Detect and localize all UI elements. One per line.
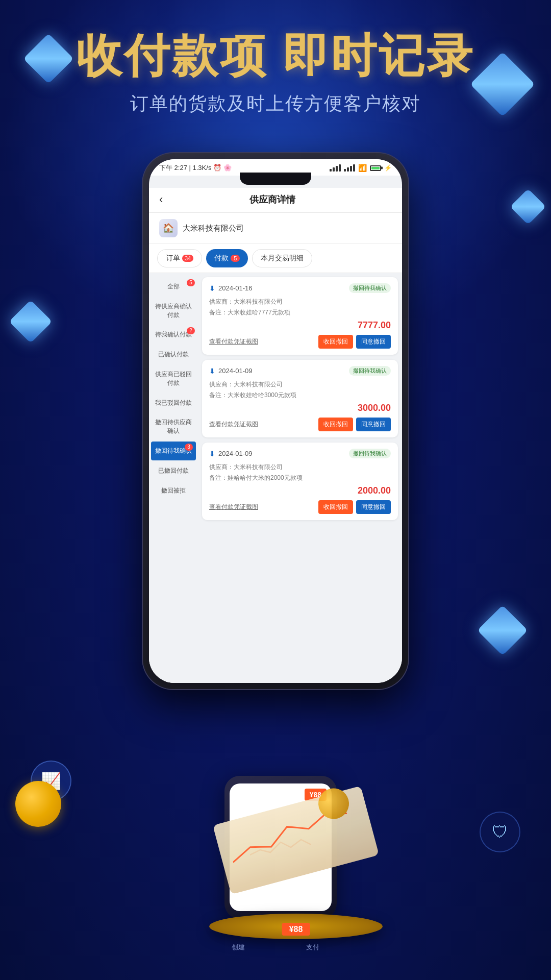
payment-note-1: 备注：大米收娃哈7777元款项 — [209, 308, 391, 317]
payment-supplier-2: 供应商：大米科技有限公司 — [209, 380, 391, 389]
agree-button-2[interactable]: 同意撤回 — [356, 418, 391, 431]
payment-card-3: ⬇ 2024-01-09 撤回待我确认 供应商：大米科技有限公司 备注：娃哈哈付… — [202, 443, 398, 520]
my-confirm-badge: 2 — [187, 327, 195, 334]
payment-note-2: 备注：大米收娃哈哈3000元款项 — [209, 390, 391, 400]
hero-section: 收付款项 即时记录 订单的货款及时上传方便客户核对 — [0, 31, 551, 116]
tab-payment[interactable]: 付款 5 — [206, 249, 248, 267]
revoke-button-3[interactable]: 收回撤回 — [318, 500, 353, 514]
orders-badge: 34 — [182, 255, 193, 262]
payment-header-3: ⬇ 2024-01-09 撤回待我确认 — [209, 449, 391, 458]
status-time: 下午 2:27 | 1.3K/s ⏰ 🌸 — [159, 163, 232, 173]
payment-card-1: ⬇ 2024-01-16 撤回待我确认 供应商：大米科技有限公司 备注：大米收娃… — [202, 277, 398, 355]
all-badge: 5 — [187, 279, 195, 286]
app-header: ‹ 供应商详情 — [149, 188, 402, 213]
payment-card-2: ⬇ 2024-01-09 撤回待我确认 供应商：大米科技有限公司 备注：大米收娃… — [202, 360, 398, 437]
sidebar-item-revoked[interactable]: 已撤回付款 — [149, 461, 198, 480]
phone-notch — [240, 173, 311, 185]
payment-actions-2: 查看付款凭证截图 收回撤回 同意撤回 — [209, 418, 391, 431]
revoke-button-1[interactable]: 收回撤回 — [318, 335, 353, 349]
payment-note-3: 备注：娃哈哈付大米的2000元款项 — [209, 473, 391, 482]
tab-orders[interactable]: 订单 34 — [157, 249, 202, 267]
payment-date-2: ⬇ 2024-01-09 — [209, 367, 253, 375]
yuan-bottom-badge: ¥88 — [282, 925, 310, 934]
page-title: 供应商详情 — [168, 193, 377, 206]
gold-coin-decor — [15, 781, 61, 827]
payment-status-2: 撤回待我确认 — [349, 366, 391, 376]
agree-button-3[interactable]: 同意撤回 — [356, 500, 391, 514]
payment-actions-3: 查看付款凭证截图 收回撤回 同意撤回 — [209, 500, 391, 514]
sidebar-item-revoke-me[interactable]: 撤回待我确认 3 — [151, 442, 196, 460]
bottom-labels: 创建 支付 — [232, 943, 319, 952]
hero-subtitle: 订单的货款及时上传方便客户核对 — [0, 91, 551, 116]
payment-amount-1: 7777.00 — [209, 320, 391, 331]
content-area: 全部 5 待供应商确认付款 待我确认付款 2 已确认付款 供应商已驳回付款 — [149, 273, 402, 683]
payment-status-1: 撤回待我确认 — [349, 283, 391, 293]
action-buttons-2: 收回撤回 同意撤回 — [318, 418, 391, 431]
hero-title: 收付款项 即时记录 — [0, 31, 551, 81]
payment-header-2: ⬇ 2024-01-09 撤回待我确认 — [209, 366, 391, 376]
sidebar-item-revoke-rejected[interactable]: 撤回被拒 — [149, 481, 198, 500]
payment-status-3: 撤回待我确认 — [349, 449, 391, 458]
down-arrow-icon-3: ⬇ — [209, 450, 215, 458]
revoke-me-badge: 3 — [185, 444, 193, 451]
payment-supplier-1: 供应商：大米科技有限公司 — [209, 297, 391, 306]
shield-icon: 🛡 — [480, 812, 520, 852]
tabs-container: 订单 34 付款 5 本月交易明细 — [149, 244, 402, 273]
sidebar-item-revoke-supplier[interactable]: 撤回待供应商确认 — [149, 413, 198, 440]
sidebar-item-supplier-rejected[interactable]: 供应商已驳回付款 — [149, 365, 198, 393]
supplier-info: 🏠 大米科技有限公司 — [149, 213, 402, 244]
revoke-button-2[interactable]: 收回撤回 — [318, 418, 353, 431]
view-proof-2[interactable]: 查看付款凭证截图 — [209, 420, 258, 429]
sidebar-item-my-confirm[interactable]: 待我确认付款 2 — [149, 325, 198, 344]
payment-supplier-3: 供应商：大米科技有限公司 — [209, 462, 391, 472]
phone-outer-shell: 下午 2:27 | 1.3K/s ⏰ 🌸 📶 ⚡ — [143, 153, 408, 689]
view-proof-1[interactable]: 查看付款凭证截图 — [209, 337, 258, 346]
payment-phone-decoration: ¥88 ¥88 — [194, 766, 398, 929]
supplier-name: 大米科技有限公司 — [183, 224, 244, 233]
wifi-icon: 📶 — [358, 164, 367, 172]
view-proof-3[interactable]: 查看付款凭证截图 — [209, 503, 258, 511]
payment-amount-2: 3000.00 — [209, 403, 391, 413]
battery-label: ⚡ — [384, 164, 392, 172]
payment-date-3: ⬇ 2024-01-09 — [209, 450, 253, 458]
signal-icon-2 — [344, 164, 355, 172]
payment-badge: 5 — [231, 255, 240, 262]
create-label: 创建 — [232, 943, 245, 952]
supplier-avatar: 🏠 — [159, 219, 178, 237]
back-button[interactable]: ‹ — [159, 193, 163, 206]
payment-amount-3: 2000.00 — [209, 485, 391, 496]
sidebar-item-my-rejected[interactable]: 我已驳回付款 — [149, 394, 198, 412]
action-buttons-3: 收回撤回 同意撤回 — [318, 500, 391, 514]
left-sidebar: 全部 5 待供应商确认付款 待我确认付款 2 已确认付款 供应商已驳回付款 — [149, 273, 198, 683]
payment-header-1: ⬇ 2024-01-16 撤回待我确认 — [209, 283, 391, 293]
signal-icon — [330, 164, 341, 172]
down-arrow-icon-2: ⬇ — [209, 367, 215, 375]
phone-mockup: 下午 2:27 | 1.3K/s ⏰ 🌸 📶 ⚡ — [143, 153, 408, 689]
pay-label: 支付 — [306, 943, 319, 952]
payment-list: ⬇ 2024-01-16 撤回待我确认 供应商：大米科技有限公司 备注：大米收娃… — [198, 273, 402, 683]
phone-screen: 下午 2:27 | 1.3K/s ⏰ 🌸 📶 ⚡ — [149, 159, 402, 683]
sidebar-item-all[interactable]: 全部 5 — [149, 277, 198, 296]
sidebar-item-confirmed[interactable]: 已确认付款 — [149, 345, 198, 364]
payment-date-1: ⬇ 2024-01-16 — [209, 284, 253, 292]
action-buttons-1: 收回撤回 同意撤回 — [318, 335, 391, 349]
agree-button-1[interactable]: 同意撤回 — [356, 335, 391, 349]
status-icons: 📶 ⚡ — [330, 164, 392, 172]
battery-icon — [370, 165, 381, 171]
tab-monthly[interactable]: 本月交易明细 — [252, 249, 312, 267]
payment-actions-1: 查看付款凭证截图 收回撤回 同意撤回 — [209, 335, 391, 349]
sidebar-item-supplier-confirm[interactable]: 待供应商确认付款 — [149, 297, 198, 325]
down-arrow-icon-1: ⬇ — [209, 284, 215, 292]
